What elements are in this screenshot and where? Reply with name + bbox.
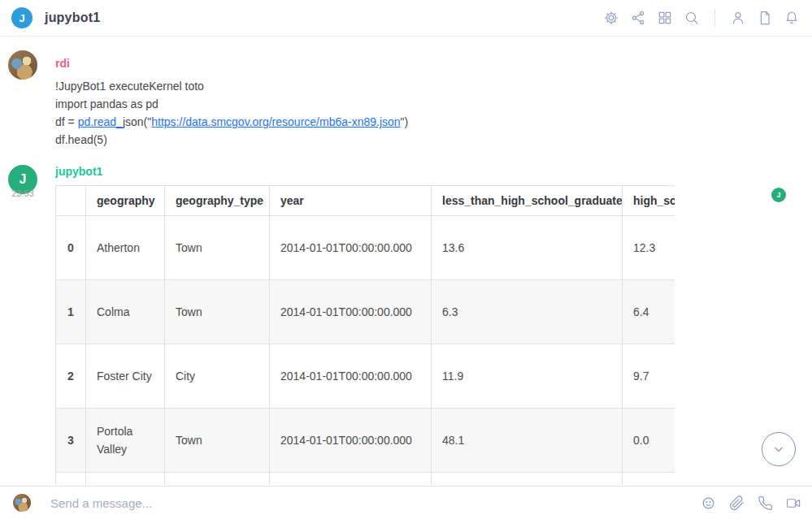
cell-geography: Portola Valley [86, 409, 165, 473]
column-header: less_than_high_school_graduate [432, 186, 623, 216]
message-text: !JupyBot1 executeKernel toto [55, 80, 204, 93]
message-line: df = pd.read_json("https://data.smcgov.o… [55, 113, 408, 131]
phone-icon[interactable] [756, 494, 774, 512]
file-icon[interactable] [756, 9, 774, 27]
cell-less-than-hs: 11.9 [432, 344, 623, 409]
link-pd-read[interactable]: pd.read_ [78, 115, 123, 128]
message-text: df.head(5) [55, 133, 107, 146]
cell-year: 2014-01-01T00:00:00.000 [270, 344, 432, 409]
table-row: 2 Foster City City 2014-01-01T00:00:00.0… [56, 344, 675, 409]
cell-geography-type: Town [165, 216, 270, 280]
message-text: df = [55, 115, 78, 128]
scroll-to-bottom-button[interactable] [762, 432, 796, 466]
message-text: ") [401, 115, 409, 128]
cell-index: 1 [56, 280, 86, 344]
cell-year: 2014-01-01T00:00:00.000 [270, 216, 432, 280]
cell-index: 0 [56, 216, 86, 280]
apps-grid-icon[interactable] [656, 9, 674, 27]
seen-by-badge: J [771, 188, 786, 202]
username-jupybot1[interactable]: jupybot1 [55, 165, 102, 178]
message-input[interactable] [50, 496, 699, 510]
column-header: geography_type [165, 186, 270, 216]
message-text: import pandas as pd [55, 97, 158, 110]
top-bar: J jupybot1 [0, 0, 812, 37]
search-icon[interactable] [683, 9, 701, 27]
cell-less-than-hs: 6.3 [432, 280, 623, 344]
dataframe-table: geography geography_type year less_than_… [55, 185, 675, 485]
message-timestamp: 23:53 [5, 188, 41, 198]
cell-index: 3 [56, 409, 86, 473]
cell-hs-graduate: 9.7 [623, 344, 675, 409]
column-header: high_school_graduate [623, 186, 675, 216]
cell-year: 2014-01-01T00:00:00.000 [270, 409, 432, 473]
message-line: df.head(5) [55, 131, 408, 149]
cell-geography-type: City [165, 344, 270, 409]
table-row: 1 Colma Town 2014-01-01T00:00:00.000 6.3… [56, 280, 675, 344]
cell-geography-type: Town [165, 280, 270, 344]
message-line: import pandas as pd [55, 95, 408, 113]
bell-icon[interactable] [783, 9, 801, 27]
cell-less-than-hs: 13.6 [432, 216, 623, 280]
composer-actions [699, 494, 802, 512]
cell-geography: Foster City [86, 344, 165, 409]
column-header [56, 186, 86, 216]
video-camera-icon[interactable] [784, 494, 802, 512]
cell-index: 2 [56, 344, 86, 409]
avatar-rdi[interactable] [8, 50, 37, 80]
topbar-divider [714, 9, 715, 27]
cell-geography-type: Town [165, 409, 270, 473]
cell-year: 2014-01-01T00:00:00.000 [270, 280, 432, 344]
chevron-down-icon [771, 442, 786, 456]
link-dataset-url[interactable]: https://data.smcgov.org/resource/mb6a-xn… [151, 115, 400, 128]
table-row: 3 Portola Valley Town 2014-01-01T00:00:0… [56, 409, 675, 473]
topbar-actions [602, 9, 801, 27]
cell-geography: Atherton [86, 216, 165, 280]
cell-geography: Colma [86, 280, 165, 344]
column-header: year [270, 186, 432, 216]
gear-icon[interactable] [602, 9, 620, 27]
message-line: !JupyBot1 executeKernel toto [55, 77, 408, 95]
column-header: geography [86, 186, 165, 216]
message-text: json(" [123, 115, 151, 128]
paperclip-icon[interactable] [727, 494, 745, 512]
emoji-icon[interactable] [699, 494, 717, 512]
message-composer [0, 486, 812, 519]
cell-hs-graduate: 6.4 [623, 280, 675, 344]
composer-user-avatar[interactable] [13, 494, 31, 512]
share-icon[interactable] [629, 9, 647, 27]
cell-hs-graduate: 0.0 [623, 409, 675, 473]
table-row-clipped [56, 473, 675, 486]
cell-less-than-hs: 48.1 [432, 409, 623, 473]
table-header-row: geography geography_type year less_than_… [56, 186, 675, 216]
channel-avatar[interactable]: J [11, 7, 33, 28]
user-icon[interactable] [729, 9, 747, 27]
message-rdi-body: !JupyBot1 executeKernel toto import pand… [55, 77, 408, 149]
username-rdi[interactable]: rdi [55, 57, 70, 70]
table-row: 0 Atherton Town 2014-01-01T00:00:00.000 … [56, 216, 675, 280]
cell-hs-graduate: 12.3 [623, 216, 675, 280]
channel-title: jupybot1 [45, 11, 100, 25]
